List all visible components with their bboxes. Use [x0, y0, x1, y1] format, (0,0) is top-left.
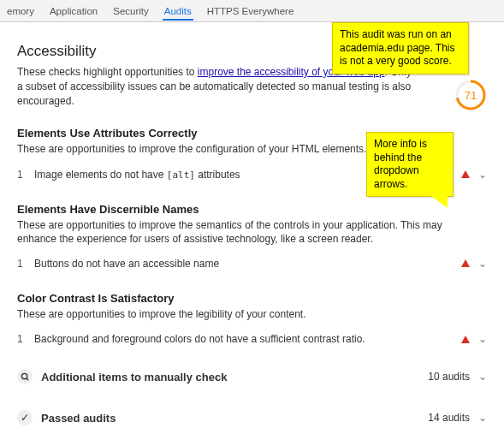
devtools-tab-bar: emory Application Security Audits HTTPS …	[0, 0, 504, 22]
group-title: Color Contrast Is Satisfactory	[17, 292, 487, 305]
desc-text: These checks highlight opportunities to	[17, 66, 198, 78]
svg-point-2	[21, 373, 27, 378]
chevron-down-icon[interactable]: ⌄	[478, 333, 487, 345]
svg-line-3	[26, 378, 27, 380]
summary-label: Passed audits	[41, 412, 428, 425]
warning-icon	[461, 336, 470, 343]
chevron-down-icon[interactable]: ⌄	[478, 258, 487, 270]
tab-memory[interactable]: emory	[5, 2, 36, 21]
summary-label: Additional items to manually check	[41, 371, 428, 383]
group-desc: These are opportunities to improve the l…	[17, 307, 462, 321]
accessibility-score-gauge: 71	[454, 79, 487, 111]
group-desc: These are opportunities to improve the s…	[17, 218, 462, 246]
summary-count: 14 audits	[428, 412, 470, 424]
audit-label: Buttons do not have an accessible name	[34, 258, 461, 270]
group-title: Elements Have Discernible Names	[17, 203, 487, 216]
tab-https-everywhere[interactable]: HTTPS Everywhere	[205, 2, 296, 21]
summary-count: 10 audits	[428, 371, 470, 383]
audit-text-2: attributes	[195, 169, 240, 181]
tab-audits[interactable]: Audits	[163, 2, 193, 21]
chevron-down-icon[interactable]: ⌄	[478, 412, 487, 424]
summary-passed[interactable]: ✓ Passed audits 14 audits ⌄	[17, 405, 487, 428]
summary-manual-check[interactable]: Additional items to manually check 10 au…	[17, 364, 487, 389]
warning-icon	[461, 170, 470, 178]
tab-application[interactable]: Application	[48, 2, 99, 21]
chevron-down-icon[interactable]: ⌄	[478, 371, 487, 383]
annotation-dropdown: More info is behind the dropdown arrows.	[366, 132, 454, 197]
audit-report: This audit was run on an academia.edu pa…	[0, 22, 504, 428]
audit-index: 1	[17, 169, 34, 181]
audit-item[interactable]: 1 Background and foreground colors do no…	[17, 330, 487, 348]
audit-code: [alt]	[167, 169, 195, 181]
tab-security[interactable]: Security	[111, 2, 151, 21]
audit-item[interactable]: 1 Buttons do not have an accessible name…	[17, 254, 487, 273]
audit-index: 1	[17, 333, 34, 345]
audit-group-names: Elements Have Discernible Names These ar…	[17, 203, 487, 273]
audit-text: Image elements do not have	[34, 169, 167, 181]
warning-icon	[461, 259, 470, 267]
audit-label: Background and foreground colors do not …	[34, 333, 461, 345]
accessibility-score-value: 71	[454, 79, 487, 111]
audit-index: 1	[17, 258, 34, 270]
search-icon	[17, 369, 33, 384]
check-icon: ✓	[17, 410, 33, 425]
chevron-down-icon[interactable]: ⌄	[478, 169, 487, 181]
annotation-score: This audit was run on an academia.edu pa…	[332, 22, 469, 74]
audit-group-contrast: Color Contrast Is Satisfactory These are…	[17, 292, 487, 348]
